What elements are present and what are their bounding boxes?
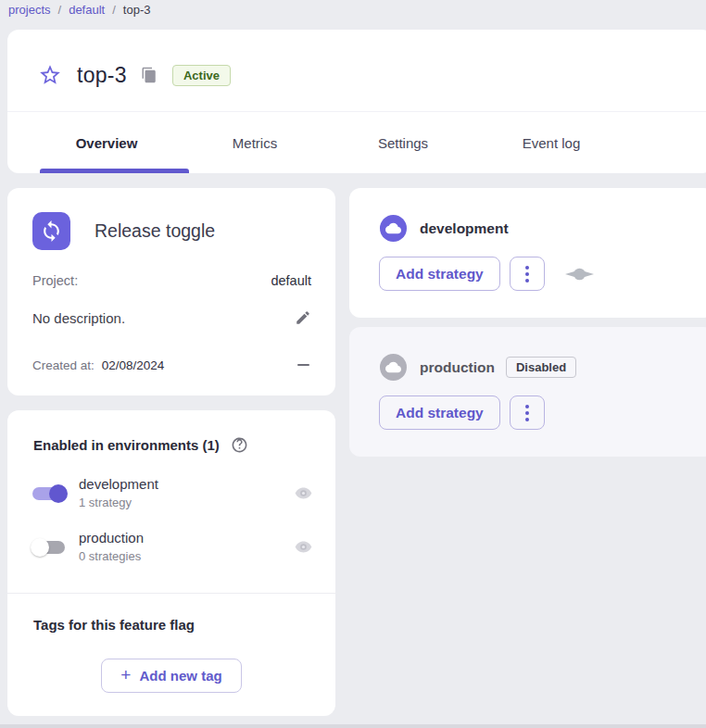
strategy-environment-name: production bbox=[420, 359, 495, 376]
breadcrumb: projects / default / top-3 bbox=[8, 3, 150, 17]
tab-settings[interactable]: Settings bbox=[329, 115, 477, 170]
flag-type-row: Release toggle bbox=[32, 212, 215, 250]
add-strategy-button[interactable]: Add strategy bbox=[379, 395, 500, 430]
visibility-eye-icon[interactable] bbox=[295, 538, 312, 556]
disabled-badge: Disabled bbox=[506, 357, 576, 378]
node-connector-icon bbox=[565, 268, 594, 281]
flag-details-card: Release toggle Project: default No descr… bbox=[7, 188, 335, 395]
environment-name: development bbox=[79, 476, 158, 492]
created-row: Created at: 02/08/2024 bbox=[32, 358, 311, 372]
development-toggle[interactable] bbox=[29, 483, 69, 504]
tab-metrics[interactable]: Metrics bbox=[181, 115, 329, 170]
environment-row-development: development 1 strategy bbox=[29, 476, 312, 510]
strategy-card-header: production Disabled bbox=[380, 354, 576, 381]
environments-title-row: Enabled in environments (1) bbox=[33, 436, 248, 454]
environment-name: production bbox=[79, 530, 144, 546]
description-row: No description. bbox=[32, 309, 311, 326]
edit-pencil-icon[interactable] bbox=[295, 309, 311, 326]
add-new-tag-button[interactable]: + Add new tag bbox=[101, 659, 242, 693]
environments-card: Enabled in environments (1) development … bbox=[7, 410, 335, 716]
strategy-card-header: development bbox=[380, 215, 509, 242]
tags-section-title: Tags for this feature flag bbox=[33, 617, 195, 633]
cloud-environment-icon bbox=[380, 215, 407, 242]
status-badge: Active bbox=[172, 65, 231, 86]
feature-header-card: top-3 Active Overview Metrics Settings E… bbox=[7, 30, 706, 173]
active-tab-indicator bbox=[40, 169, 189, 173]
breadcrumb-link-default[interactable]: default bbox=[69, 3, 105, 17]
collapse-minus-icon[interactable] bbox=[297, 358, 311, 372]
help-icon[interactable] bbox=[231, 436, 248, 454]
environments-title: Enabled in environments (1) bbox=[33, 437, 220, 453]
environment-strategy-count: 0 strategies bbox=[79, 549, 144, 564]
flag-type-label: Release toggle bbox=[95, 220, 215, 242]
project-row: Project: default bbox=[32, 273, 311, 288]
breadcrumb-current: top-3 bbox=[123, 3, 151, 17]
tab-bar: Overview Metrics Settings Event log bbox=[32, 115, 625, 170]
header-divider bbox=[7, 111, 706, 112]
created-label: Created at: bbox=[32, 358, 95, 372]
created-value: 02/08/2024 bbox=[102, 358, 165, 372]
strategy-card-development: development Add strategy bbox=[349, 188, 706, 318]
environment-row-production: production 0 strategies bbox=[29, 530, 312, 564]
bottom-edge-strip bbox=[0, 724, 706, 728]
strategy-actions-row: Add strategy bbox=[379, 395, 545, 430]
page-title: top-3 bbox=[77, 63, 127, 88]
production-toggle[interactable] bbox=[29, 537, 69, 558]
favorite-star-icon[interactable] bbox=[38, 63, 62, 87]
tab-overview[interactable]: Overview bbox=[32, 115, 181, 170]
feature-title-row: top-3 Active bbox=[38, 55, 231, 95]
breadcrumb-separator: / bbox=[112, 3, 116, 17]
tab-event-log[interactable]: Event log bbox=[477, 115, 625, 170]
cloud-environment-icon bbox=[380, 354, 407, 381]
add-strategy-button[interactable]: Add strategy bbox=[379, 257, 500, 291]
kebab-menu-button[interactable] bbox=[510, 395, 545, 430]
release-toggle-icon bbox=[32, 212, 70, 250]
breadcrumb-separator: / bbox=[58, 3, 62, 17]
description-text: No description. bbox=[32, 310, 125, 326]
add-new-tag-label: Add new tag bbox=[139, 668, 221, 684]
project-label: Project: bbox=[32, 273, 78, 288]
visibility-eye-icon[interactable] bbox=[295, 484, 312, 502]
strategy-card-production: production Disabled Add strategy bbox=[349, 327, 706, 457]
kebab-menu-button[interactable] bbox=[510, 257, 545, 291]
strategy-environment-name: development bbox=[420, 220, 509, 237]
plus-icon: + bbox=[120, 666, 131, 684]
card-divider bbox=[7, 593, 335, 594]
breadcrumb-link-projects[interactable]: projects bbox=[8, 3, 51, 17]
project-value: default bbox=[271, 273, 311, 288]
environment-strategy-count: 1 strategy bbox=[79, 496, 158, 510]
strategy-actions-row: Add strategy bbox=[379, 257, 594, 291]
copy-icon[interactable] bbox=[141, 67, 158, 83]
